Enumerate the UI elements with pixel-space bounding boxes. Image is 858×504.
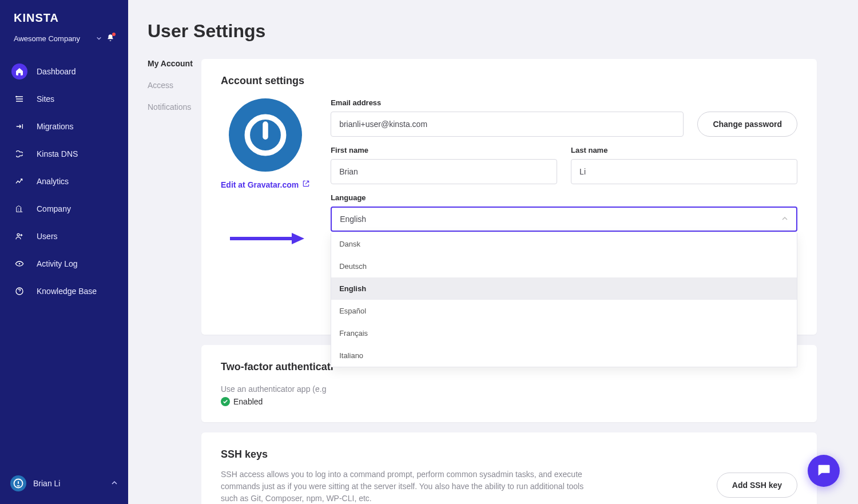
primary-nav: Dashboard Sites Migrations Kinsta DNS An… [0, 54, 128, 309]
language-select[interactable]: English [331, 207, 797, 232]
first-name-label: First name [331, 146, 557, 154]
nav-activity-log[interactable]: Activity Log [6, 251, 122, 277]
chat-icon [816, 462, 832, 480]
svg-point-2 [19, 263, 21, 265]
language-option[interactable]: Italiano [331, 344, 797, 367]
subnav-my-account[interactable]: My Account [148, 59, 201, 68]
external-link-icon [302, 180, 310, 189]
language-option[interactable]: Español [331, 300, 797, 322]
tfa-status: Enabled [233, 397, 263, 406]
nav-label: Dashboard [37, 67, 76, 76]
sites-icon [11, 91, 27, 107]
help-icon [11, 283, 27, 299]
chevron-up-icon [111, 479, 118, 488]
company-name: Awesome Company [14, 34, 80, 43]
ssh-keys-card: SSH keys SSH access allows you to log in… [201, 432, 817, 504]
analytics-icon [11, 173, 27, 189]
account-settings-card: Account settings Edit at Gravatar.com [201, 59, 817, 335]
company-icon [11, 201, 27, 217]
chevron-up-icon [781, 215, 788, 224]
svg-point-1 [17, 233, 19, 236]
nav-label: Sites [37, 94, 54, 104]
notifications-bell-icon[interactable] [106, 34, 114, 43]
ssh-heading: SSH keys [221, 449, 703, 461]
account-settings-heading: Account settings [221, 75, 797, 87]
nav-dns[interactable]: Kinsta DNS [6, 141, 122, 167]
dns-icon [11, 146, 27, 162]
nav-knowledge-base[interactable]: Knowledge Base [6, 278, 122, 304]
ssh-description: SSH access allows you to log into a comm… [221, 469, 593, 504]
last-name-label: Last name [571, 146, 797, 154]
language-label: Language [331, 193, 797, 202]
change-password-button[interactable]: Change password [697, 112, 797, 137]
migrations-icon [11, 118, 27, 134]
gravatar-image [229, 98, 302, 172]
page-title: User Settings [128, 0, 858, 42]
add-ssh-key-button[interactable]: Add SSH key [717, 473, 797, 498]
chat-button[interactable] [808, 455, 840, 487]
sidebar-user-footer[interactable]: Brian Li [0, 467, 128, 504]
settings-subnav: My Account Access Notifications [128, 59, 201, 504]
brand-logo: KINSTA [0, 9, 128, 29]
language-selected-value: English [340, 215, 366, 224]
svg-rect-0 [15, 96, 17, 98]
company-selector[interactable]: Awesome Company [0, 29, 128, 54]
home-icon [11, 64, 27, 80]
nav-users[interactable]: Users [6, 223, 122, 249]
nav-dashboard[interactable]: Dashboard [6, 58, 122, 85]
eye-icon [11, 256, 27, 272]
first-name-field[interactable] [331, 159, 557, 184]
nav-label: Company [37, 204, 71, 213]
email-field[interactable] [331, 112, 684, 137]
nav-label: Knowledge Base [37, 287, 97, 296]
language-dropdown: Dansk Deutsch English Español Français I… [331, 233, 797, 367]
nav-label: Kinsta DNS [37, 149, 78, 158]
notification-dot [112, 33, 116, 36]
nav-label: Analytics [37, 177, 69, 186]
subnav-access[interactable]: Access [148, 81, 201, 90]
users-icon [11, 228, 27, 244]
email-label: Email address [331, 98, 684, 107]
nav-analytics[interactable]: Analytics [6, 168, 122, 195]
gravatar-edit-link[interactable]: Edit at Gravatar.com [221, 180, 310, 189]
nav-sites[interactable]: Sites [6, 86, 122, 112]
nav-migrations[interactable]: Migrations [6, 113, 122, 140]
nav-label: Users [37, 232, 58, 241]
nav-label: Activity Log [37, 259, 78, 268]
subnav-notifications[interactable]: Notifications [148, 102, 201, 112]
nav-company[interactable]: Company [6, 196, 122, 222]
tfa-description: Use an authenticator app (e.g [221, 384, 797, 394]
user-avatar-icon [10, 475, 26, 491]
language-option[interactable]: Dansk [331, 233, 797, 255]
check-icon [221, 397, 230, 406]
language-option[interactable]: Deutsch [331, 255, 797, 277]
sidebar: KINSTA Awesome Company Dashboard Sites [0, 0, 128, 504]
language-option[interactable]: English [331, 277, 797, 300]
last-name-field[interactable] [571, 159, 797, 184]
chevron-down-icon [96, 34, 102, 43]
nav-label: Migrations [37, 122, 74, 131]
user-name: Brian Li [33, 479, 60, 488]
language-option[interactable]: Français [331, 322, 797, 344]
